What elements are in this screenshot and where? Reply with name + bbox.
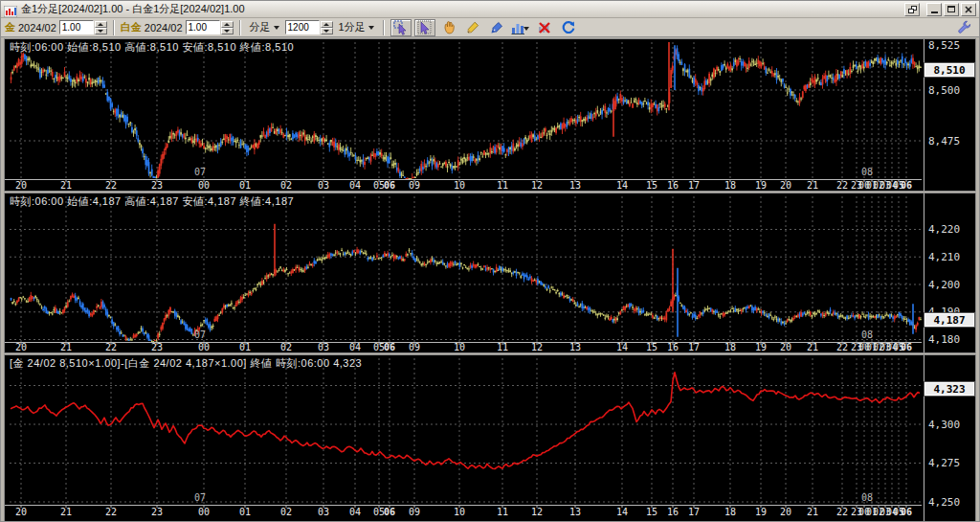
platinum-ratio-input[interactable] [186, 20, 220, 34]
date-marker-label: 07 [194, 167, 206, 177]
spin-up-button[interactable] [321, 21, 333, 28]
spread-info: [金 24/02 8,510×1.00]-[白金 24/02 4,187×1.0… [10, 356, 362, 371]
x-tick-label: 03 [318, 342, 329, 352]
x-tick-label: 20 [15, 342, 27, 352]
x-tick-label: 20 [780, 342, 791, 352]
spin-up-button[interactable] [221, 21, 234, 28]
x-tick-label: 04 [349, 180, 361, 191]
x-tick-label: 06 [384, 180, 395, 191]
platinum-candlestick-plot: 2021222300010203040506091011121314151617… [5, 193, 975, 352]
chart-type-button[interactable] [510, 19, 531, 36]
platinum-contract-month: 2024/02 [145, 22, 183, 34]
x-tick-label: 03 [318, 507, 329, 517]
x-tick-label: 04 [349, 507, 361, 517]
x-tick-label: 21 [60, 507, 72, 517]
platinum-symbol-label: 白金 [121, 20, 142, 34]
spin-down-button[interactable] [95, 28, 107, 34]
x-tick-label: 00 [198, 180, 210, 191]
y-tick-label: 4,200 [928, 279, 960, 291]
x-tick-label: 14 [616, 342, 628, 352]
spin-up-button[interactable] [95, 21, 107, 28]
x-tick-label: 20 [780, 507, 791, 517]
bar-count-input[interactable] [285, 20, 320, 34]
select-tool-icon [417, 20, 433, 35]
settings-wrench-icon[interactable] [956, 19, 971, 36]
gold-current-price-badge: 8,510 [924, 63, 974, 77]
delete-chart-icon [537, 20, 552, 35]
interval-label: 1分足 [339, 20, 366, 34]
interval-dropdown[interactable]: 1分足 [336, 19, 377, 35]
toolbar-separator [383, 20, 385, 35]
titlebar[interactable]: 金1分足[2024/02]1.00 - 白金1分足[2024/02]1.00 [1, 1, 979, 18]
chevron-down-icon [368, 26, 374, 30]
x-tick-label: 19 [755, 507, 767, 517]
close-button[interactable] [961, 3, 976, 16]
gold-contract-month: 2024/02 [18, 22, 56, 34]
x-tick-label: 10 [454, 507, 465, 517]
spin-down-button[interactable] [221, 28, 234, 34]
x-tick-label: 22 [836, 507, 848, 517]
gold-chart-panel[interactable]: 2021222300010203040506091011121314151617… [4, 38, 976, 192]
x-tick-label: 17 [688, 507, 700, 517]
x-tick-label: 23 [151, 180, 163, 191]
gold-ohlc-info: 時刻:06:00 始値:8,510 高値:8,510 安値:8,510 終値:8… [10, 40, 294, 55]
x-tick-label: 19 [755, 342, 767, 352]
x-tick-label: 17 [688, 180, 700, 191]
spin-down-button[interactable] [321, 28, 333, 34]
x-tick-label: 13 [569, 180, 581, 191]
x-tick-label: 22 [836, 342, 848, 352]
x-tick-label: 13 [569, 342, 581, 352]
x-tick-label: 04 [349, 342, 361, 352]
y-tick-label: 4,300 [928, 419, 960, 431]
select-tool-button[interactable] [414, 19, 435, 36]
x-tick-label: 01 [239, 180, 251, 191]
pencil-icon [465, 20, 480, 35]
x-tick-label: 13 [569, 507, 581, 517]
toolbar-separator [239, 20, 241, 35]
pen-tool-button[interactable] [486, 19, 507, 36]
minimize-button[interactable] [926, 3, 942, 16]
pan-tool-button[interactable] [438, 19, 459, 36]
x-tick-label: 11 [497, 180, 508, 191]
gold-ratio-spinbox [59, 20, 107, 34]
toolbar: 金 2024/02 白金 2024/02 分足 1分足 [1, 18, 979, 37]
new-window-button[interactable] [904, 3, 920, 16]
gold-ratio-input[interactable] [59, 20, 94, 34]
maximize-button[interactable] [944, 3, 959, 16]
delete-drawing-button[interactable] [534, 19, 555, 36]
bar-type-label: 分足 [250, 20, 271, 34]
y-tick-label: 4,180 [928, 333, 960, 346]
maximize-icon [947, 6, 955, 12]
spread-line-plot: 2021222300010203040506091011121314151617… [5, 355, 975, 522]
minimize-icon [931, 11, 938, 13]
x-tick-label: 20 [15, 180, 27, 191]
x-tick-label: 06 [384, 507, 395, 517]
x-tick-label: 21 [807, 342, 818, 352]
x-tick-label: 06 [901, 507, 912, 517]
x-tick-label: 16 [667, 180, 679, 191]
bar-chart-icon [511, 20, 530, 35]
x-tick-label: 22 [105, 507, 117, 517]
chart-pointer-tool-button[interactable] [390, 19, 412, 36]
y-tick-label: 8,500 [928, 84, 960, 97]
x-tick-label: 06 [384, 342, 395, 352]
platinum-chart-panel[interactable]: 2021222300010203040506091011121314151617… [4, 193, 976, 353]
pencil-tool-button[interactable] [462, 19, 483, 36]
x-tick-label: 18 [724, 180, 736, 191]
toolbar-separator [113, 20, 115, 35]
x-tick-label: 20 [15, 507, 27, 517]
bar-type-dropdown[interactable]: 分足 [247, 19, 282, 35]
app-icon [4, 4, 17, 15]
date-marker-label: 08 [861, 167, 873, 177]
spread-chart-panel[interactable]: 2021222300010203040506091011121314151617… [4, 354, 976, 522]
x-tick-label: 21 [60, 180, 72, 191]
hand-icon [441, 20, 457, 35]
chart-pointer-tool-icon [393, 20, 409, 35]
y-tick-label: 4,275 [928, 457, 960, 469]
axes: 2021222300010203040506091011121314151617… [5, 193, 960, 352]
refresh-button[interactable] [558, 19, 579, 36]
x-tick-label: 20 [780, 180, 791, 191]
x-tick-label: 23 [151, 507, 163, 517]
x-tick-label: 16 [667, 342, 679, 352]
platinum-ratio-spinbox [186, 20, 234, 34]
